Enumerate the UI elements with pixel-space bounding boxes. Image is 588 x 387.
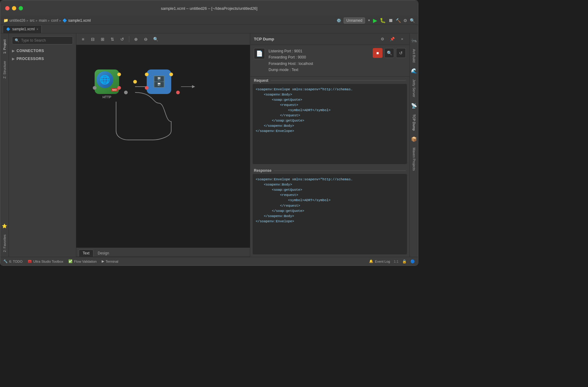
sidebar-item-project[interactable]: 1: Project <box>1 36 8 57</box>
db-node-in-top <box>145 73 149 76</box>
tcp-request-section: Request <soapenv:Envelope xmlns:soapenv=… <box>250 77 409 167</box>
toolbar-list-btn[interactable]: ⊟ <box>89 35 97 43</box>
tcp-action-buttons: ■ 🔍 ↺ <box>373 48 406 58</box>
processors-section[interactable]: ▶ PROCESSORS <box>9 55 76 63</box>
db-flow-node[interactable]: 🗄️ <box>147 70 171 94</box>
tcp-stop-btn[interactable]: ■ <box>373 48 383 58</box>
http-node-out-bottom <box>117 86 121 90</box>
tcp-undo-btn[interactable]: ↺ <box>396 48 406 58</box>
jetty-server-icon[interactable]: 🌊 <box>409 66 419 76</box>
stop-button[interactable]: ⏹ <box>388 18 393 23</box>
bottom-toolbox[interactable]: 🧰 Ultra Studio Toolbox <box>28 259 63 263</box>
svg-point-2 <box>124 91 128 94</box>
tcp-info-icon: 📄 <box>254 48 265 59</box>
ant-build-label[interactable]: Ant Build <box>410 45 418 66</box>
search-input[interactable] <box>21 38 70 43</box>
debug-icon[interactable]: ⚙️ <box>337 18 341 23</box>
window-title: sample1.xcml – untitled26 – [~/IdeaProje… <box>161 6 257 11</box>
config-button[interactable]: ⚙ <box>403 18 407 23</box>
toolbar-filter-btn[interactable]: ⇅ <box>108 35 117 43</box>
file-tab-sample1[interactable]: 🔷 sample1.xcml × <box>3 25 42 33</box>
bottom-flow-validation[interactable]: ✅ Flow Validation <box>68 259 97 263</box>
main-layout: 1: Project Z: Structure ⭐ 2: Favorites 🔍… <box>0 33 418 257</box>
toolbar-refresh-btn[interactable]: ↺ <box>118 35 126 43</box>
toolbar-zoom-in-btn[interactable]: ⊕ <box>132 35 140 43</box>
breadcrumb-item-project[interactable]: untitled26 <box>9 18 25 23</box>
breadcrumb-sep-1: ▸ <box>27 18 28 23</box>
tab-design[interactable]: Design <box>94 250 113 257</box>
toolbox-icon: 🧰 <box>28 259 32 263</box>
tab-text[interactable]: Text <box>79 250 93 257</box>
tcp-dump-label[interactable]: TCP Dump <box>410 111 418 134</box>
http-node-icon: 🌐 NIO <box>95 70 119 94</box>
run-config-chevron[interactable]: ▼ <box>368 19 371 22</box>
svg-point-1 <box>133 80 137 84</box>
breadcrumb-project-icon: 📁 <box>3 18 8 23</box>
search-bar[interactable]: 🔍 <box>12 36 73 44</box>
sidebar-item-favorites[interactable]: 2: Favorites <box>1 231 8 256</box>
tcp-listening-port: Listening Port : 9001 <box>269 48 369 54</box>
build-button[interactable]: 🔨 <box>396 18 401 23</box>
file-tab-label: sample1.xcml <box>12 27 35 31</box>
file-tab-close[interactable]: × <box>36 28 38 31</box>
tcp-response-divider <box>274 171 406 171</box>
db-node-out <box>169 73 173 76</box>
memory-icon: 🔵 <box>410 259 415 264</box>
run-config-dropdown[interactable]: Unnamed <box>344 17 365 24</box>
right-icon-strip: 🐜 Ant Build 🌊 Jetty Server 📡 TCP Dump 📦 … <box>409 33 418 257</box>
maximize-button[interactable] <box>19 6 23 10</box>
connectors-chevron: ▶ <box>12 49 15 53</box>
http-flow-node[interactable]: 🌐 NIO HTTP <box>95 70 119 99</box>
tcp-dump-panel: TCP Dump ⚙ 📌 × 📄 Listening Port : 9001 F… <box>250 33 409 257</box>
flow-validation-label: Flow Validation <box>74 260 97 263</box>
run-button[interactable]: ▶ <box>373 17 377 24</box>
bottom-terminal[interactable]: ▶ Terminal <box>102 259 119 263</box>
tcp-info-text: Listening Port : 9001 Forwarding Port : … <box>269 48 369 73</box>
toolbar-zoom-out-btn[interactable]: ⊖ <box>141 35 150 43</box>
connectors-label: CONNECTORS <box>17 49 44 53</box>
tcp-dump-mode: Dump mode : Text <box>269 67 369 73</box>
tcp-zoom-btn[interactable]: 🔍 <box>384 48 394 58</box>
tcp-response-header: Response <box>250 167 409 174</box>
bottom-todo[interactable]: 🔧 6: TODO <box>3 259 23 263</box>
flow-canvas[interactable]: 🌐 NIO HTTP 🗄️ <box>76 45 250 257</box>
tcp-forwarding-host: Forwarding Host : localhost <box>269 61 369 67</box>
breadcrumb-item-main[interactable]: main <box>39 18 47 23</box>
maven-projects-label[interactable]: Maven Projects <box>410 144 418 175</box>
tcp-request-divider <box>271 80 406 81</box>
svg-point-4 <box>176 91 180 94</box>
http-node-out-top <box>117 73 121 76</box>
tcp-dump-icon[interactable]: 📡 <box>409 101 419 111</box>
tcp-response-content: <soapenv:Envelope xmlns:soapenv="http://… <box>253 174 407 254</box>
breadcrumb-item-file[interactable]: sample1.xcml <box>68 18 91 23</box>
processors-label: PROCESSORS <box>17 57 44 61</box>
connectors-section[interactable]: ▶ CONNECTORS <box>9 47 76 55</box>
toolbar-menu-btn[interactable]: ≡ <box>79 35 87 43</box>
minimize-button[interactable] <box>12 6 16 10</box>
event-log-label: Event Log <box>375 260 390 263</box>
canvas-area: ≡ ⊟ ⊞ ⇅ ↺ ⊕ ⊖ 🔍 <box>76 33 250 257</box>
tcp-response-section: Response <soapenv:Envelope xmlns:soapenv… <box>250 167 409 257</box>
toolbar-grid-btn[interactable]: ⊞ <box>98 35 107 43</box>
maven-projects-icon[interactable]: 📦 <box>409 134 419 144</box>
debug-run-button[interactable]: 🐛 <box>380 17 386 23</box>
tcp-pin-btn[interactable]: 📌 <box>389 36 396 43</box>
canvas-toolbar: ≡ ⊟ ⊞ ⇅ ↺ ⊕ ⊖ 🔍 <box>76 33 250 45</box>
jetty-server-label[interactable]: Jetty Server <box>410 76 418 101</box>
tcp-request-content: <soapenv:Envelope xmlns:soapenv="http://… <box>253 84 407 164</box>
favorites-star: ⭐ <box>2 224 7 228</box>
sidebar-item-structure[interactable]: Z: Structure <box>1 57 8 82</box>
tcp-settings-btn[interactable]: ⚙ <box>379 36 386 43</box>
toolbar-zoom-fit-btn[interactable]: 🔍 <box>151 35 160 43</box>
breadcrumb-item-src[interactable]: src <box>30 18 35 23</box>
breadcrumb-sep-4: ▸ <box>59 18 61 23</box>
ant-build-icon[interactable]: 🐜 <box>409 36 419 45</box>
search-global-button[interactable]: 🔍 <box>410 18 415 23</box>
titlebar: sample1.xcml – untitled26 – [~/IdeaProje… <box>0 0 418 16</box>
run-config-area: ⚙️ Unnamed ▼ ▶ 🐛 ⏹ 🔨 ⚙ 🔍 <box>337 17 415 24</box>
close-button[interactable] <box>5 6 9 10</box>
flow-validation-icon: ✅ <box>68 259 73 263</box>
tcp-close-btn[interactable]: × <box>398 36 406 43</box>
breadcrumb-item-conf[interactable]: conf <box>51 18 58 23</box>
event-log-item[interactable]: 🔔 Event Log <box>369 259 390 263</box>
